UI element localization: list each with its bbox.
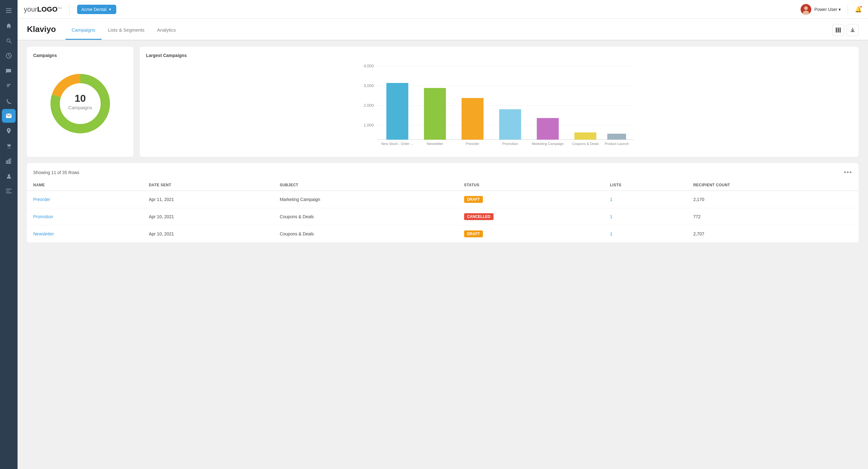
sidebar-item-collapse[interactable] xyxy=(2,4,16,18)
row-count-0: 2,170 xyxy=(687,191,859,208)
bar-chart-container: 4,000 3,000 2,000 1,000 New Stock - Orde… xyxy=(146,63,852,150)
svg-text:Preorder: Preorder xyxy=(466,142,479,145)
row-date-1: Apr 10, 2021 xyxy=(143,208,274,226)
notification-bell[interactable]: 🔔 xyxy=(855,6,862,13)
sidebar-item-phone[interactable] xyxy=(2,94,16,108)
sidebar-item-shop[interactable] xyxy=(2,139,16,153)
row-name-newsletter[interactable]: Newsletter xyxy=(33,231,54,236)
campaigns-table: NAME DATE SENT SUBJECT STATUS LISTS RECI… xyxy=(27,180,859,243)
col-name: NAME xyxy=(27,180,143,191)
row-status-0: DRAFT xyxy=(458,191,604,208)
sidebar-item-reports[interactable] xyxy=(2,154,16,168)
svg-rect-19 xyxy=(836,28,837,33)
svg-point-8 xyxy=(10,148,11,149)
sidebar-item-menu[interactable] xyxy=(2,184,16,198)
tenant-selector[interactable]: Acme Dental ▼ xyxy=(77,5,116,14)
bar-new-stock xyxy=(386,83,408,140)
sidebar xyxy=(0,0,18,469)
svg-rect-13 xyxy=(6,189,11,190)
table-info: Showing 11 of 35 Rows xyxy=(33,170,79,175)
user-name[interactable]: Power User ▾ xyxy=(814,7,841,12)
tab-analytics[interactable]: Analytics xyxy=(151,21,182,40)
sidebar-item-campaigns[interactable] xyxy=(2,79,16,93)
notification-dot xyxy=(860,5,862,8)
svg-rect-0 xyxy=(6,8,11,9)
col-count: RECIPIENT COUNT xyxy=(687,180,859,191)
bar-chart-svg: 4,000 3,000 2,000 1,000 New Stock - Orde… xyxy=(146,63,852,150)
status-badge-cancelled-1: CANCELLED xyxy=(464,213,494,220)
row-name-preorder[interactable]: Preorder xyxy=(33,197,50,202)
status-badge-draft-0: DRAFT xyxy=(464,196,483,203)
page-title: Klaviyo xyxy=(27,19,65,40)
sidebar-item-email[interactable] xyxy=(2,109,16,123)
svg-rect-11 xyxy=(10,159,11,163)
download-button[interactable] xyxy=(847,24,859,36)
svg-rect-10 xyxy=(8,160,9,163)
logo-text: your xyxy=(24,5,37,13)
table-row: Newsletter Apr 10, 2021 Coupons & Deals … xyxy=(27,226,859,243)
svg-point-17 xyxy=(804,6,808,10)
table-card: Showing 11 of 35 Rows ••• NAME DATE SENT… xyxy=(27,163,859,243)
row-lists-2[interactable]: 1 xyxy=(610,231,612,236)
svg-rect-14 xyxy=(6,191,10,191)
svg-text:4,000: 4,000 xyxy=(364,64,374,68)
row-date-0: Apr 11, 2021 xyxy=(143,191,274,208)
content-area: Campaigns 10 Campaigns xyxy=(18,40,868,469)
row-name-promotion[interactable]: Promotion xyxy=(33,214,53,219)
row-count-1: 772 xyxy=(687,208,859,226)
row-subject-0: Marketing Campaign xyxy=(274,191,458,208)
sidebar-item-chat[interactable] xyxy=(2,64,16,78)
bar-marketing xyxy=(537,118,559,140)
svg-point-12 xyxy=(8,174,10,176)
svg-rect-2 xyxy=(6,12,11,13)
svg-text:Product Launch: Product Launch xyxy=(604,142,629,145)
logo: yourLOGOTM xyxy=(24,5,62,13)
avatar xyxy=(801,4,811,15)
row-lists-0[interactable]: 1 xyxy=(610,197,612,202)
row-lists-1[interactable]: 1 xyxy=(610,214,612,219)
table-row: Preorder Apr 11, 2021 Marketing Campaign… xyxy=(27,191,859,208)
bar-chart-card: Largest Campaigns 4,000 3,000 2,000 1,00 xyxy=(140,47,859,157)
bar-newsletter xyxy=(424,88,446,140)
svg-point-3 xyxy=(7,38,10,42)
tab-lists-segments[interactable]: Lists & Segments xyxy=(101,21,151,40)
topbar: yourLOGOTM Acme Dental ▼ Power User ▾ 🔔 xyxy=(18,0,868,19)
svg-rect-9 xyxy=(6,161,7,163)
sidebar-item-search[interactable] xyxy=(2,34,16,47)
tenant-chevron: ▼ xyxy=(108,7,112,11)
tab-campaigns[interactable]: Campaigns xyxy=(65,21,102,40)
sidebar-item-location[interactable] xyxy=(2,124,16,138)
row-status-1: CANCELLED xyxy=(458,208,604,226)
table-row: Promotion Apr 10, 2021 Coupons & Deals C… xyxy=(27,208,859,226)
logo-sup: TM xyxy=(58,6,62,9)
donut-center-number: 10 xyxy=(74,93,86,104)
donut-chart-svg: 10 Campaigns xyxy=(46,69,115,138)
donut-card-title: Campaigns xyxy=(33,53,127,58)
col-date: DATE SENT xyxy=(143,180,274,191)
page-header-actions xyxy=(832,24,859,40)
table-head: NAME DATE SENT SUBJECT STATUS LISTS RECI… xyxy=(27,180,859,191)
svg-text:Promotion: Promotion xyxy=(502,142,518,145)
columns-toggle-button[interactable] xyxy=(832,24,844,36)
bar-coupons xyxy=(575,132,596,140)
logo-bold: LOGO xyxy=(37,5,58,13)
donut-center-label: Campaigns xyxy=(68,105,92,110)
bar-chart-title: Largest Campaigns xyxy=(146,53,852,58)
donut-card: Campaigns 10 Campaigns xyxy=(27,47,133,157)
row-date-2: Apr 10, 2021 xyxy=(143,226,274,243)
page-title-area: Klaviyo xyxy=(27,19,65,40)
sidebar-item-user[interactable] xyxy=(2,169,16,183)
col-status: STATUS xyxy=(458,180,604,191)
svg-text:1,000: 1,000 xyxy=(364,123,374,127)
svg-text:3,000: 3,000 xyxy=(364,83,374,88)
table-more-button[interactable]: ••• xyxy=(844,169,852,176)
page-header: Klaviyo Campaigns Lists & Segments Analy… xyxy=(18,19,868,40)
bar-preorder xyxy=(462,98,484,140)
sidebar-item-home[interactable] xyxy=(2,19,16,33)
svg-text:New Stock - Order ...: New Stock - Order ... xyxy=(381,142,414,145)
row-subject-1: Coupons & Deals xyxy=(274,208,458,226)
svg-text:2,000: 2,000 xyxy=(364,103,374,108)
donut-wrapper: 10 Campaigns xyxy=(33,63,127,144)
sidebar-item-analytics[interactable] xyxy=(2,49,16,63)
row-status-2: DRAFT xyxy=(458,226,604,243)
